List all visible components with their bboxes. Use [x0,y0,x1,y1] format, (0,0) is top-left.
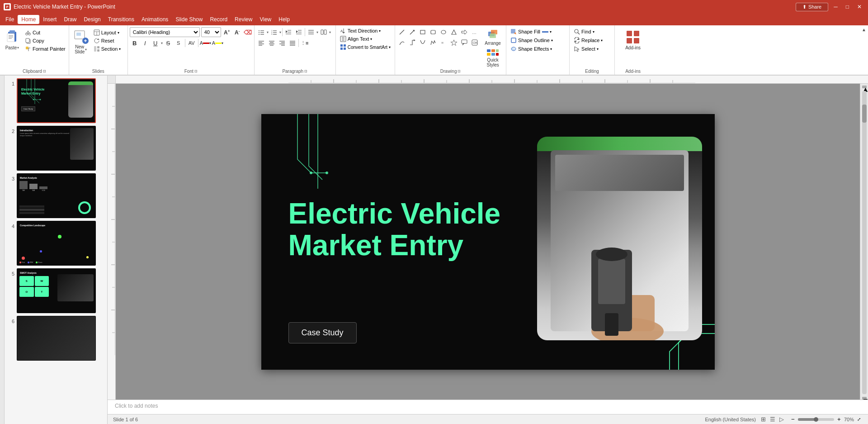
select-button[interactable]: Select ▾ [572,45,612,52]
zoom-slider[interactable] [798,418,834,421]
zoom-in-btn[interactable]: + [835,416,843,423]
menu-draw[interactable]: Draw [60,15,80,24]
scroll-track[interactable] [862,91,867,394]
minimize-button[interactable]: ─ [831,4,840,10]
reset-button[interactable]: Reset [92,37,123,44]
normal-view-btn[interactable]: ⊞ [760,415,768,424]
fit-slide-btn[interactable]: ⤢ [855,416,863,423]
slide-3-thumbnail[interactable]: Market Analysis TAM SAM SOM [17,173,96,218]
section-button[interactable]: Section ▾ [92,45,123,52]
bullet-list-arrow[interactable]: ▾ [267,30,269,34]
shape-fill-btn[interactable]: Shape Fill ▾ [509,28,566,35]
new-slide-button[interactable]: New Slide ▾ [71,27,91,55]
shape-rect-btn[interactable] [418,27,428,37]
font-color-btn[interactable]: A ▾ [200,38,212,48]
bullet-list-btn[interactable] [256,27,266,37]
quick-styles-button[interactable]: Quick Styles [481,48,504,68]
shape-eq-btn[interactable]: = [439,38,448,48]
layout-button[interactable]: Layout ▾ [92,29,123,36]
menu-slideshow[interactable]: Slide Show [172,15,206,24]
align-left-btn[interactable] [256,38,266,48]
menu-home[interactable]: Home [18,15,39,24]
menu-animations[interactable]: Animations [138,15,172,24]
addins-button[interactable]: Add-ins [623,28,642,52]
slide-6-item[interactable]: 6 [8,316,104,361]
menu-design[interactable]: Design [80,15,104,24]
slide-panel[interactable]: 1 Electric VehicleMarket Entry Case Stud… [5,76,108,424]
font-increase-btn[interactable]: A+ [222,28,231,37]
font-group-label[interactable]: Font ⊡ [128,69,254,74]
char-spacing-btn[interactable]: AV [187,38,197,48]
share-button[interactable]: ⬆ Share [796,3,828,11]
increase-indent-btn[interactable] [294,27,304,37]
shape-rtarrow-btn[interactable] [459,27,469,37]
num-list-arrow[interactable]: ▾ [279,30,281,34]
menu-insert[interactable]: Insert [39,15,60,24]
highlight-color-btn[interactable]: A ▾ [212,38,224,48]
slide-1-item[interactable]: 1 Electric VehicleMarket Entry Case Stud… [8,78,104,123]
slideshow-view-btn[interactable]: ▷ [778,415,786,424]
menu-help[interactable]: Help [275,15,293,24]
slide-2-item[interactable]: 2 Introduction Lorem ipsum dolor sit ame… [8,126,104,171]
format-painter-button[interactable]: Format Painter [24,45,67,52]
paste-button[interactable]: Paste ▾ [2,27,23,51]
slide-4-thumbnail[interactable]: Competitive Landscape Tesla BMW Nissan [17,221,96,266]
menu-record[interactable]: Record [206,15,231,24]
num-list-btn[interactable]: 1.2.3. [269,27,279,37]
justify-btn[interactable] [288,38,297,48]
ribbon-collapse[interactable]: ▲ [862,25,868,75]
shape-outline-btn[interactable]: Shape Outline ▾ [509,37,566,44]
shape-effects-btn[interactable]: Shape Effects ▾ [509,45,566,52]
underline-button[interactable]: U [151,38,160,48]
shape-connector-btn[interactable] [397,38,407,48]
notes-area[interactable]: Click to add notes [108,400,868,414]
scroll-up-arrow[interactable]: ▲ [862,86,867,88]
align-text-btn[interactable]: Align Text ▾ [339,35,392,43]
shadow-button[interactable]: S [174,38,184,48]
decrease-indent-btn[interactable] [283,27,293,37]
menu-file[interactable]: File [2,15,18,24]
zoom-out-btn[interactable]: − [789,416,797,423]
slide-3-item[interactable]: 3 Market Analysis TAM SAM SOM [8,173,104,218]
slide-1-thumbnail[interactable]: Electric VehicleMarket Entry Case Study [17,78,96,123]
drawing-group-label[interactable]: Drawing ⊡ [395,69,506,74]
shape-arrow-btn[interactable] [407,27,417,37]
cut-button[interactable]: Cut [24,29,67,36]
replace-button[interactable]: Replace ▾ [572,37,612,44]
shape-callout-btn[interactable] [459,38,469,48]
shape-star-btn[interactable] [449,38,459,48]
zoom-pct-btn[interactable]: 70% [844,417,854,422]
font-name-select[interactable]: Calibri (Heading) [130,27,200,37]
menu-review[interactable]: Review [231,15,256,24]
clipboard-group-label[interactable]: Clipboard ⊡ [0,69,69,74]
menu-transitions[interactable]: Transitions [104,15,138,24]
italic-button[interactable]: I [140,38,150,48]
paragraph-group-label[interactable]: Paragraph ⊡ [255,69,335,74]
columns-arrow[interactable]: ▾ [329,30,331,34]
shape-freeform-btn[interactable] [428,38,438,48]
convert-smartart-btn[interactable]: Convert to SmartArt ▾ [339,43,392,51]
right-scroll-bar[interactable]: ▲ ▼ [860,84,868,400]
align-right-btn[interactable] [277,38,287,48]
font-decrease-btn[interactable]: A- [233,28,242,37]
scroll-thumb[interactable] [862,105,867,123]
strikethrough-button[interactable]: S [163,38,173,48]
text-direction-btn[interactable]: A Text Direction ▾ [339,27,392,34]
arrange-button[interactable]: Arrange [481,27,504,47]
slide-4-item[interactable]: 4 Competitive Landscape Tesla BMW Nissan [8,221,104,266]
clear-format-btn[interactable]: ⌫ [243,28,252,37]
slide-5-thumbnail[interactable]: SWOT Analysis S W O T [17,268,96,313]
zoom-handle[interactable] [814,417,818,422]
columns-btn[interactable] [319,27,329,37]
copy-button[interactable]: Copy [24,37,67,44]
maximize-button[interactable]: □ [843,4,852,10]
smart-art-btn[interactable]: ⋮≡ [300,38,310,48]
slide-2-thumbnail[interactable]: Introduction Lorem ipsum dolor sit amet … [17,126,96,171]
outline-view-btn[interactable]: ☰ [769,415,777,424]
menu-view[interactable]: View [256,15,275,24]
slide-5-item[interactable]: 5 SWOT Analysis S W O T [8,268,104,313]
shape-oval-btn[interactable] [439,27,448,37]
close-button[interactable]: ✕ [854,4,864,10]
font-size-select[interactable]: 40 [201,27,221,37]
shape-roundrect-btn[interactable] [428,27,438,37]
